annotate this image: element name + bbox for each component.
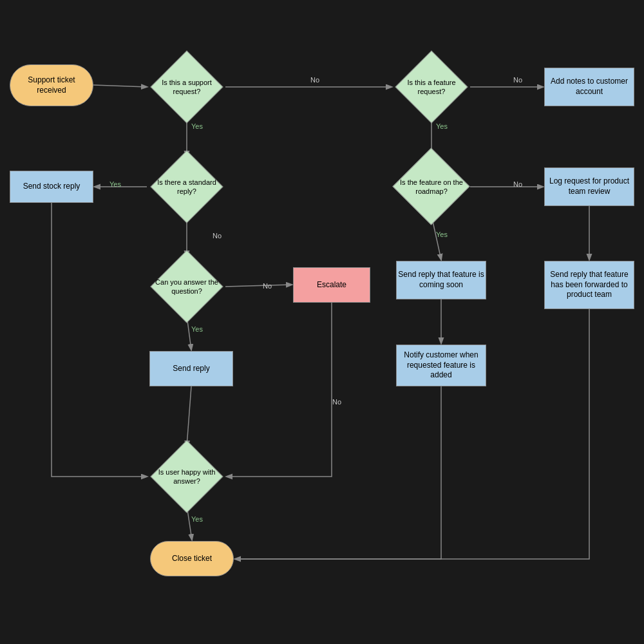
flowchart-diagram: Support ticket received Is this a suppor… <box>0 0 644 644</box>
start-node: Support ticket received <box>10 64 93 106</box>
edge-label-yes2: Yes <box>109 180 121 188</box>
edge-label-no2: No <box>513 76 522 84</box>
edge-label-yes6: Yes <box>191 515 203 523</box>
log-request-node: Log request for product team review <box>544 167 634 206</box>
q5-node: Can you answer the question? <box>148 258 225 316</box>
escalate-node: Escalate <box>293 267 370 303</box>
q4-node: Is the feature on the roadmap? <box>393 158 470 216</box>
edge-label-yes3: Yes <box>436 122 448 130</box>
q2-node: Is this a feature request? <box>393 58 470 116</box>
q6-node: Is user happy with answer? <box>148 448 225 506</box>
notify-customer-node: Notify customer when requested feature i… <box>396 345 486 386</box>
svg-line-8 <box>225 285 292 287</box>
edge-label-no1: No <box>310 76 319 84</box>
q3-node: Is there a standard reply? <box>148 158 225 216</box>
fwd-product-node: Send reply that feature has been forward… <box>544 261 634 309</box>
edge-label-yes1: Yes <box>191 122 203 130</box>
edge-label-no5: No <box>263 282 272 290</box>
add-notes-node: Add notes to customer account <box>544 68 634 106</box>
edge-label-yes5: Yes <box>436 231 448 238</box>
edge-label-no3: No <box>513 180 522 188</box>
edge-label-no4: No <box>213 232 222 240</box>
send-reply-node: Send reply <box>149 351 233 386</box>
send-reply-soon-node: Send reply that feature is coming soon <box>396 261 486 299</box>
close-ticket-node: Close ticket <box>150 541 234 576</box>
svg-line-13 <box>187 386 191 446</box>
edge-label-yes4: Yes <box>191 325 203 333</box>
edge-label-no6: No <box>332 398 341 406</box>
svg-line-0 <box>93 85 147 87</box>
send-stock-node: Send stock reply <box>10 171 93 203</box>
q1-node: Is this a support request? <box>148 58 225 116</box>
